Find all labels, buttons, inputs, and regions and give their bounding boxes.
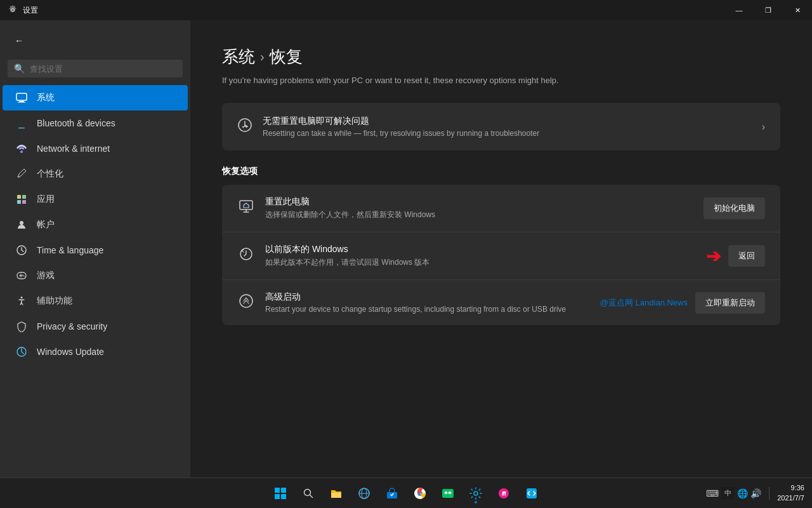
gaming-icon [15, 269, 28, 282]
network-status-icon[interactable]: 🌐 [737, 488, 748, 498]
taskbar-music-icon[interactable] [491, 481, 516, 506]
breadcrumb-current: 恢复 [270, 46, 303, 68]
watermark-text: @蓝点网 Landian.News [600, 297, 688, 309]
reset-title: 重置此电脑 [265, 196, 693, 208]
sidebar-item-bluetooth-label: Bluetooth & devices [37, 118, 115, 128]
reset-desc: 选择保留或删除个人文件，然后重新安装 Windows [265, 210, 693, 220]
accounts-icon [15, 218, 28, 231]
system-icon [15, 91, 28, 104]
troubleshoot-title: 无需重置电脑即可解决问题 [263, 116, 752, 127]
sidebar-item-system[interactable]: 系统 [3, 85, 188, 110]
page-subtitle: If you're having problems with your PC o… [222, 76, 780, 85]
previous-button[interactable]: 返回 [728, 245, 765, 267]
svg-rect-5 [22, 195, 26, 199]
taskbar-settings-icon[interactable] [463, 481, 488, 506]
apps-icon [15, 193, 28, 206]
svg-point-29 [449, 491, 452, 494]
sidebar-item-personalization[interactable]: 个性化 [3, 161, 188, 187]
reset-icon [237, 199, 255, 218]
sidebar-item-accessibility[interactable]: 辅助功能 [3, 288, 188, 314]
svg-rect-2 [18, 102, 25, 103]
taskbar-clock[interactable]: 9:36 2021/7/7 [777, 483, 804, 503]
sidebar-item-gaming[interactable]: 游戏 [3, 263, 188, 288]
taskbar-system-icons: ⌨ 中 🌐 🔊 [706, 487, 761, 499]
red-arrow-icon: ➔ [706, 246, 721, 267]
sidebar-item-accounts[interactable]: 帐户 [3, 212, 188, 237]
svg-point-3 [20, 150, 23, 153]
content-area: 系统 › 恢复 If you're having problems with y… [190, 20, 812, 478]
svg-rect-0 [16, 93, 27, 100]
time-icon [15, 244, 28, 257]
taskbar-windows-icon[interactable] [268, 481, 293, 506]
breadcrumb-parent: 系统 [222, 46, 255, 68]
previous-icon [237, 246, 255, 265]
svg-rect-20 [281, 494, 286, 499]
sidebar-item-time[interactable]: Time & language [3, 237, 188, 263]
taskbar-chrome-icon[interactable] [407, 481, 433, 506]
sidebar-item-network[interactable]: Network & internet [3, 136, 188, 161]
sidebar-item-update-label: Windows Update [37, 347, 104, 357]
svg-point-11 [23, 276, 25, 277]
taskbar-divider [769, 487, 769, 500]
taskbar-right: ⌨ 中 🌐 🔊 9:36 2021/7/7 [706, 483, 804, 503]
bluetooth-icon: ⎯ [15, 117, 28, 130]
svg-point-10 [23, 275, 24, 276]
sidebar-item-apps[interactable]: 应用 [3, 187, 188, 212]
advanced-title: 高级启动 [265, 291, 590, 303]
taskbar-files-icon[interactable] [324, 481, 349, 506]
close-button[interactable]: ✕ [783, 0, 812, 20]
previous-option-text: 以前版本的 Windows 如果此版本不起作用，请尝试回退 Windows 版本 [265, 244, 696, 268]
option-previous: 以前版本的 Windows 如果此版本不起作用，请尝试回退 Windows 版本… [222, 232, 780, 280]
svg-point-8 [20, 221, 23, 225]
taskbar-store-icon[interactable] [379, 481, 405, 506]
sidebar-item-bluetooth[interactable]: ⎯ Bluetooth & devices [3, 110, 188, 136]
search-input[interactable] [30, 64, 176, 74]
search-box[interactable]: 🔍 [8, 60, 183, 77]
taskbar-dev-icon[interactable] [519, 481, 544, 506]
search-icon: 🔍 [14, 64, 25, 74]
taskbar-date-value: 2021/7/7 [777, 493, 804, 503]
sidebar-item-personalization-label: 个性化 [37, 168, 63, 180]
advanced-desc: Restart your device to change startup se… [265, 305, 590, 314]
svg-rect-4 [17, 195, 21, 199]
troubleshoot-icon [237, 117, 252, 137]
taskbar-browser-icon[interactable] [351, 481, 377, 506]
svg-rect-7 [22, 200, 26, 204]
sidebar-item-privacy[interactable]: Privacy & security [3, 314, 188, 339]
advanced-button[interactable]: 立即重新启动 [695, 292, 765, 314]
titlebar: 设置 — ❐ ✕ [0, 0, 812, 20]
titlebar-controls: — ❐ ✕ [724, 0, 812, 20]
svg-rect-6 [17, 200, 21, 204]
taskbar-time-value: 9:36 [777, 483, 804, 493]
taskbar-search-icon[interactable] [296, 481, 321, 506]
minimize-button[interactable]: — [724, 0, 754, 20]
keyboard-icon[interactable]: ⌨ [706, 488, 719, 498]
update-icon [15, 345, 28, 358]
sidebar-item-time-label: Time & language [37, 245, 103, 255]
recovery-options-container: 重置此电脑 选择保留或删除个人文件，然后重新安装 Windows 初始化电脑 [222, 185, 780, 325]
language-badge[interactable]: 中 [721, 487, 735, 499]
svg-rect-17 [275, 488, 280, 493]
reset-button[interactable]: 初始化电脑 [704, 197, 765, 219]
back-button[interactable]: ← [10, 32, 28, 50]
advanced-option-text: 高级启动 Restart your device to change start… [265, 291, 590, 314]
option-advanced: 高级启动 Restart your device to change start… [222, 280, 780, 325]
sidebar-item-update[interactable]: Windows Update [3, 339, 188, 364]
sidebar-item-apps-label: 应用 [37, 194, 55, 205]
main-area: ← 🔍 系统 ⎯ Bluetooth & devices Network & i… [0, 20, 812, 478]
sidebar: ← 🔍 系统 ⎯ Bluetooth & devices Network & i… [0, 20, 190, 478]
option-reset: 重置此电脑 选择保留或删除个人文件，然后重新安装 Windows 初始化电脑 [222, 185, 780, 232]
previous-desc: 如果此版本不起作用，请尝试回退 Windows 版本 [265, 257, 696, 268]
taskbar-wechat-icon[interactable] [435, 481, 461, 506]
svg-point-28 [445, 491, 448, 494]
breadcrumb: 系统 › 恢复 [222, 46, 780, 68]
advanced-icon [237, 293, 255, 312]
troubleshoot-card[interactable]: 无需重置电脑即可解决问题 Resetting can take a while … [222, 103, 780, 150]
maximize-button[interactable]: ❐ [754, 0, 783, 20]
reset-action: 初始化电脑 [704, 197, 765, 219]
sidebar-item-accessibility-label: 辅助功能 [37, 295, 72, 307]
privacy-icon [15, 320, 28, 333]
troubleshoot-desc: Resetting can take a while — first, try … [263, 129, 752, 138]
volume-icon[interactable]: 🔊 [750, 488, 761, 498]
previous-action: ➔ 返回 [706, 245, 765, 267]
